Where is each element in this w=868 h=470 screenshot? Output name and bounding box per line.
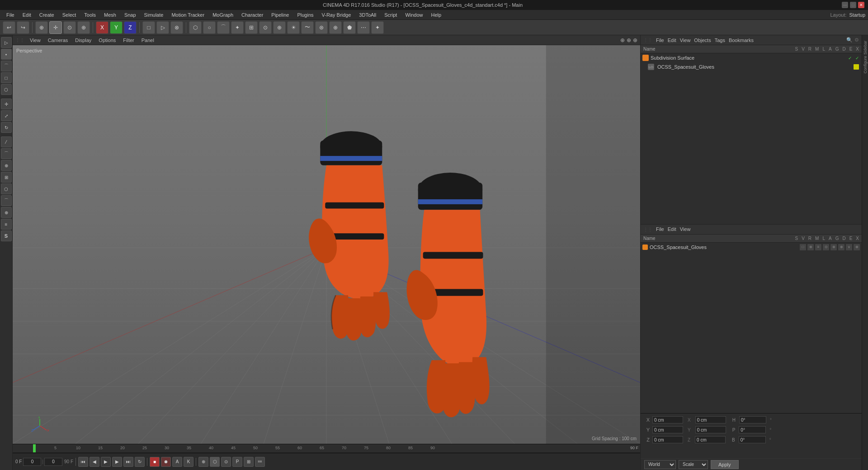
null-btn[interactable]: ⊙ <box>259 21 272 34</box>
coord-x-pos[interactable] <box>652 416 683 423</box>
camera-btn[interactable]: ⊞ <box>245 21 258 34</box>
stop-button[interactable]: ■ <box>150 457 160 467</box>
anim-btn4[interactable]: P <box>232 457 242 467</box>
am-icon-2[interactable]: ⊕ <box>807 244 814 250</box>
am-menu-edit[interactable]: Edit <box>668 226 676 232</box>
om-settings-icon[interactable]: ⚙ <box>854 37 859 43</box>
menu-script[interactable]: Script <box>381 11 401 19</box>
y-axis-btn[interactable]: Y <box>110 21 123 34</box>
sidebar-obj[interactable]: ⬡ <box>1 84 12 95</box>
sidebar-edges[interactable]: ⌒ <box>1 61 12 71</box>
coord-b-val[interactable] <box>739 436 766 443</box>
am-icon-4[interactable]: ⊙ <box>823 244 829 250</box>
x-axis-btn[interactable]: X <box>96 21 108 34</box>
render-btn[interactable]: □ <box>142 21 155 34</box>
vp-menu-display[interactable]: Display <box>73 38 93 43</box>
am-icon-7[interactable]: ∨ <box>846 244 852 250</box>
coord-x-size[interactable] <box>695 416 726 423</box>
menu-help[interactable]: Help <box>428 11 445 19</box>
sidebar-paint[interactable]: ⊕ <box>1 207 12 218</box>
am-row-gloves[interactable]: OCSS_Spacesuit_Gloves □ ⊕ ≡ ⊙ ⊕ ⊕ ∨ ⊕ <box>641 243 862 252</box>
new-scene-button[interactable]: ⊕ <box>35 21 48 34</box>
sidebar-rotate[interactable]: ↻ <box>1 122 12 133</box>
vp-menu-cameras[interactable]: Cameras <box>46 38 70 43</box>
menu-pipeline[interactable]: Pipeline <box>268 11 292 19</box>
sidebar-scale[interactable]: ⤢ <box>1 110 12 121</box>
coord-p-val[interactable] <box>739 426 766 433</box>
sweep-btn[interactable]: ⊛ <box>315 21 328 34</box>
scale-tool[interactable]: ⊕ <box>77 21 90 34</box>
anim-btn6[interactable]: ≡≡ <box>255 457 265 467</box>
sidebar-select[interactable]: ▷ <box>1 37 12 48</box>
key-button[interactable]: K <box>184 457 193 467</box>
vp-menu-options[interactable]: Options <box>97 38 118 43</box>
minimize-button[interactable]: — <box>842 2 848 8</box>
maximize-button[interactable]: □ <box>850 2 856 8</box>
menu-window[interactable]: Window <box>401 11 426 19</box>
sphere-btn[interactable]: ○ <box>203 21 216 34</box>
coord-z-pos[interactable] <box>652 436 683 443</box>
viewport[interactable]: ⋮⋮ View Cameras Display Options Filter P… <box>13 35 640 444</box>
vp-icon-scale[interactable]: ⊕ <box>633 37 637 43</box>
am-icon-6[interactable]: ⊕ <box>838 244 844 250</box>
apply-button[interactable]: Apply <box>711 460 739 469</box>
sidebar-extrude[interactable]: ⊞ <box>1 172 12 183</box>
menu-3dtoall[interactable]: 3DToAll <box>355 11 380 19</box>
deformer-btn[interactable]: ⋯ <box>357 21 370 34</box>
auto-key-button[interactable]: A <box>172 457 182 467</box>
coord-y-size[interactable] <box>695 426 726 433</box>
am-icon-3[interactable]: ≡ <box>815 244 821 250</box>
vp-icon-rotate[interactable]: ⊕ <box>627 37 631 43</box>
anim-btn3[interactable]: ⊙ <box>221 457 231 467</box>
sidebar-move[interactable]: ✛ <box>1 99 12 109</box>
redo-button[interactable]: ↪ <box>17 21 29 34</box>
frame-input[interactable] <box>23 458 41 466</box>
sidebar-loop[interactable]: ⊕ <box>1 160 12 171</box>
menu-snap[interactable]: Snap <box>121 11 140 19</box>
vp-menu-filter[interactable]: Filter <box>121 38 136 43</box>
om-menu-tags[interactable]: Tags <box>715 38 725 43</box>
am-icon-1[interactable]: □ <box>800 244 806 250</box>
sky-btn[interactable]: ☀ <box>287 21 300 34</box>
close-button[interactable]: ✕ <box>858 2 864 8</box>
vp-icon-move[interactable]: ⊕ <box>620 37 625 43</box>
timeline-ruler[interactable]: 0 5 10 15 20 25 30 35 40 45 50 55 60 65 … <box>13 444 640 453</box>
om-menu-bookmarks[interactable]: Bookmarks <box>729 38 754 43</box>
coord-z-size[interactable] <box>695 436 726 443</box>
next-frame-button[interactable]: ▶ <box>112 457 122 467</box>
z-axis-btn[interactable]: Z <box>124 21 137 34</box>
coord-space-dropdown[interactable]: World Object Local <box>644 460 676 469</box>
cube-btn[interactable]: ⬡ <box>189 21 202 34</box>
render-region-btn[interactable]: ▷ <box>156 21 169 34</box>
play-button[interactable]: ▶ <box>101 457 111 467</box>
vp-menu-view[interactable]: View <box>28 38 42 43</box>
menu-create[interactable]: Create <box>36 11 58 19</box>
coord-h-val[interactable] <box>739 416 766 423</box>
vp-menu-panel[interactable]: Panel <box>140 38 156 43</box>
loop-button[interactable]: ↻ <box>135 457 145 467</box>
am-menu-view[interactable]: View <box>680 226 691 232</box>
sidebar-s[interactable]: S <box>1 230 12 241</box>
menu-motion-tracker[interactable]: Motion Tracker <box>168 11 208 19</box>
record-button[interactable]: ⏺ <box>161 457 171 467</box>
cylinder-btn[interactable]: ⌒ <box>217 21 230 34</box>
menu-simulate[interactable]: Simulate <box>141 11 167 19</box>
am-icon-8[interactable]: ⊕ <box>854 244 860 250</box>
menu-select[interactable]: Select <box>59 11 80 19</box>
om-menu-objects[interactable]: Objects <box>694 38 711 43</box>
move-tool[interactable]: ✛ <box>49 21 62 34</box>
menu-file[interactable]: File <box>3 11 18 19</box>
om-menu-file[interactable]: File <box>656 38 664 43</box>
render-settings-btn[interactable]: ⊗ <box>170 21 183 34</box>
menu-character[interactable]: Character <box>238 11 267 19</box>
menu-vray[interactable]: V-Ray Bridge <box>318 11 355 19</box>
sidebar-points[interactable]: ▪ <box>1 49 12 60</box>
anim-btn1[interactable]: ⊕ <box>198 457 208 467</box>
sidebar-bridge[interactable]: ⌒ <box>1 148 12 159</box>
sidebar-poly[interactable]: □ <box>1 72 12 83</box>
om-row-gloves[interactable]: LO OCSS_Spacesuit_Gloves <box>641 62 862 71</box>
forward-button[interactable]: ⏭ <box>123 457 133 467</box>
floor-btn[interactable]: ⊕ <box>273 21 286 34</box>
mograph-btn[interactable]: ⬟ <box>343 21 356 34</box>
menu-mesh[interactable]: Mesh <box>100 11 120 19</box>
